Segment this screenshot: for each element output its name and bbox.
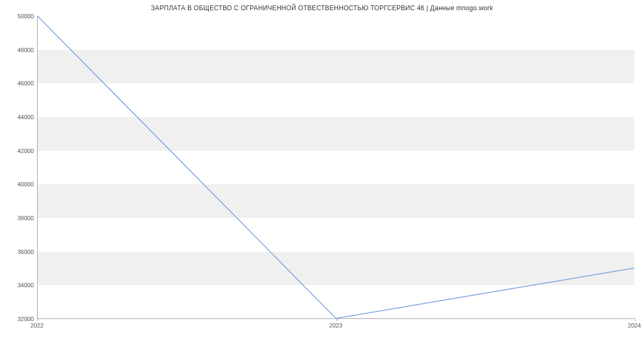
- y-tick-label: 36000: [4, 249, 34, 255]
- y-tick-label: 42000: [4, 148, 34, 154]
- y-tick-label: 48000: [4, 47, 34, 53]
- x-tick-label: 2022: [31, 322, 43, 329]
- y-tick-label: 50000: [4, 13, 34, 19]
- data-line: [38, 16, 634, 318]
- y-tick-label: 44000: [4, 114, 34, 120]
- y-tick-label: 40000: [4, 181, 34, 187]
- y-tick-label: 32000: [4, 316, 34, 322]
- y-tick-label: 34000: [4, 282, 34, 288]
- chart-svg: [38, 16, 634, 318]
- plot-area: [37, 16, 634, 319]
- y-tick-label: 46000: [4, 80, 34, 86]
- x-tick-label: 2024: [628, 322, 641, 329]
- chart-container: ЗАРПЛАТА В ОБЩЕСТВО С ОГРАНИЧЕННОЙ ОТВЕС…: [0, 0, 644, 349]
- chart-title: ЗАРПЛАТА В ОБЩЕСТВО С ОГРАНИЧЕННОЙ ОТВЕС…: [0, 4, 644, 12]
- x-tick-label: 2023: [329, 322, 342, 329]
- x-tick-mark: [635, 318, 635, 321]
- x-tick-mark: [336, 318, 337, 321]
- x-tick-mark: [38, 318, 38, 321]
- y-tick-label: 38000: [4, 215, 34, 221]
